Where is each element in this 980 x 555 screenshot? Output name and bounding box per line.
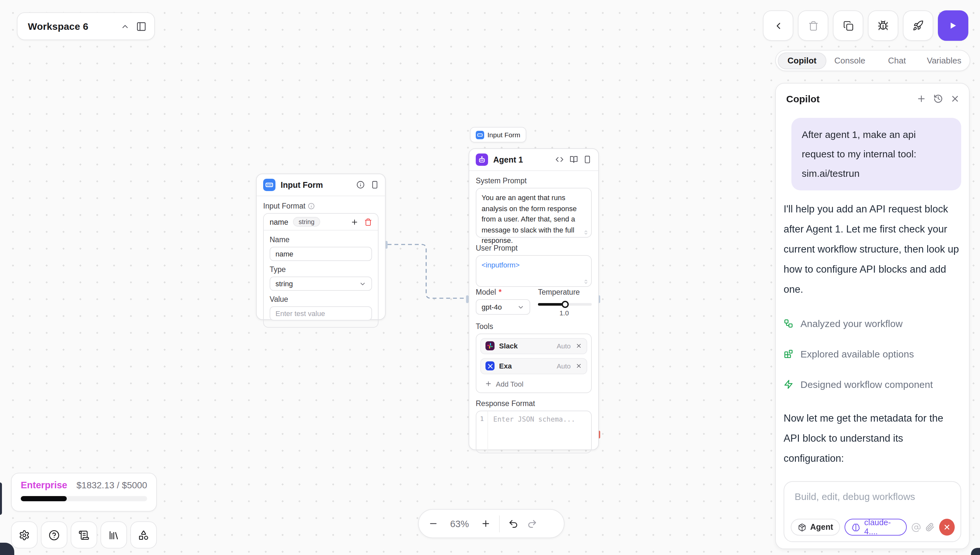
user-message-bubble: After agent 1, make an api request to my…	[792, 118, 961, 190]
bottom-dock	[11, 521, 157, 549]
edge-accent	[0, 483, 2, 515]
usage-amount: $1832.13 / $5000	[76, 480, 147, 490]
copilot-panel: Copilot After agent 1, make an api reque…	[775, 83, 970, 549]
step-analyzed-workflow: Analyzed your workflow	[784, 317, 961, 330]
slack-icon	[486, 341, 494, 350]
temperature-label: Temperature	[538, 288, 591, 296]
tab-console[interactable]: Console	[826, 52, 874, 69]
plus-icon	[485, 380, 492, 387]
logs-button[interactable]	[71, 521, 97, 549]
copilot-input[interactable]	[793, 490, 951, 502]
back-button[interactable]	[763, 10, 793, 41]
type-label: Type	[270, 266, 372, 273]
chevron-left-icon	[773, 21, 783, 31]
info-icon[interactable]	[356, 181, 365, 189]
input-format-label: Input Format	[263, 202, 378, 210]
duplicate-button[interactable]	[833, 10, 863, 41]
zoom-in-icon[interactable]	[481, 519, 491, 528]
exa-icon	[486, 361, 494, 371]
run-button[interactable]	[938, 10, 968, 41]
templates-button[interactable]	[130, 521, 157, 549]
assistant-message: I'll help you add an API request block a…	[784, 199, 961, 299]
model-pill[interactable]: claude-4....	[845, 519, 907, 536]
attachment-icon[interactable]	[926, 523, 935, 532]
info-icon	[308, 203, 315, 210]
zoom-out-icon[interactable]	[428, 519, 438, 528]
input-form-icon	[263, 179, 275, 191]
sidebar-toggle-icon[interactable]	[136, 21, 146, 31]
system-prompt-label: System Prompt	[476, 177, 591, 184]
response-format-editor[interactable]: 1 Enter JSON schema...	[476, 410, 591, 453]
tools-label: Tools	[476, 322, 591, 330]
workspace-name: Workspace 6	[28, 21, 114, 32]
tool-row-exa[interactable]: Exa Auto	[480, 358, 587, 374]
redo-icon[interactable]	[527, 518, 537, 529]
model-label: Model*	[476, 288, 530, 296]
stop-button[interactable]	[940, 519, 955, 536]
undo-icon[interactable]	[508, 518, 518, 529]
code-icon[interactable]	[555, 156, 563, 164]
bug-icon	[878, 20, 888, 31]
chevron-up-icon[interactable]	[121, 22, 130, 31]
smartphone-icon[interactable]	[370, 181, 378, 189]
input-form-node[interactable]: Input Form Input Format name string	[256, 173, 386, 320]
tab-variables[interactable]: Variables	[921, 52, 968, 69]
delete-field-icon[interactable]	[364, 218, 372, 226]
tab-chat[interactable]: Chat	[874, 52, 921, 69]
debug-button[interactable]	[868, 10, 898, 41]
copy-icon	[843, 21, 853, 31]
usage-card[interactable]: Enterprise $1832.13 / $5000	[11, 473, 157, 512]
add-tool-button[interactable]: Add Tool	[480, 378, 587, 388]
agent-icon	[476, 154, 488, 166]
slider-knob[interactable]	[562, 301, 569, 308]
tool-mode[interactable]: Auto	[557, 342, 571, 350]
close-icon[interactable]	[950, 94, 960, 104]
delete-button[interactable]	[798, 10, 828, 41]
agent-input-handle[interactable]	[466, 295, 468, 303]
agent-node-header[interactable]: Agent 1	[469, 149, 598, 171]
agent-node[interactable]: Agent 1 System Prompt You are an agent t…	[468, 148, 599, 450]
blocks-icon	[784, 349, 793, 358]
value-label: Value	[270, 295, 372, 303]
help-icon	[48, 529, 60, 541]
tool-row-slack[interactable]: Slack Auto	[480, 338, 587, 354]
trash-icon	[808, 21, 818, 31]
tool-mode[interactable]: Auto	[557, 362, 571, 370]
model-select[interactable]: gpt-4o	[476, 299, 530, 315]
field-name: name	[270, 218, 288, 226]
divider	[499, 515, 500, 532]
resize-icon[interactable]	[583, 230, 588, 235]
tab-copilot[interactable]: Copilot	[778, 52, 826, 69]
new-chat-icon[interactable]	[916, 94, 926, 104]
input-format-box: name string Name name Type string Value	[263, 213, 378, 328]
scroll-icon	[79, 529, 89, 541]
resize-icon[interactable]	[583, 279, 588, 284]
deploy-button[interactable]	[903, 10, 933, 41]
zoom-level: 63%	[447, 518, 473, 529]
add-field-icon[interactable]	[351, 218, 359, 226]
system-prompt-textarea[interactable]: You are an agent that runs analysis on t…	[476, 188, 591, 238]
mention-icon[interactable]	[912, 522, 921, 532]
history-icon[interactable]	[933, 94, 943, 104]
input-form-node-header[interactable]: Input Form	[257, 174, 385, 196]
step-explored-options: Explored available options	[784, 347, 961, 360]
book-open-icon[interactable]	[570, 156, 578, 164]
library-button[interactable]	[100, 521, 127, 549]
name-input[interactable]: name	[270, 247, 372, 261]
type-select[interactable]: string	[270, 276, 372, 291]
temperature-value: 1.0	[559, 309, 591, 316]
input-form-node-title: Input Form	[281, 180, 351, 189]
field-type-tag: string	[293, 217, 320, 227]
smartphone-icon[interactable]	[583, 156, 591, 164]
plan-badge: Enterprise	[21, 480, 67, 490]
copilot-composer[interactable]: Agent claude-4....	[784, 481, 961, 542]
help-button[interactable]	[41, 521, 68, 549]
settings-button[interactable]	[11, 521, 38, 549]
remove-tool-icon[interactable]	[575, 363, 582, 369]
value-input[interactable]: Enter test value	[270, 306, 372, 321]
workspace-selector[interactable]: Workspace 6	[17, 12, 155, 40]
user-prompt-textarea[interactable]: <inputform>	[476, 255, 591, 287]
temperature-slider[interactable]	[538, 303, 591, 305]
remove-tool-icon[interactable]	[575, 343, 582, 349]
mode-pill[interactable]: Agent	[791, 519, 840, 536]
